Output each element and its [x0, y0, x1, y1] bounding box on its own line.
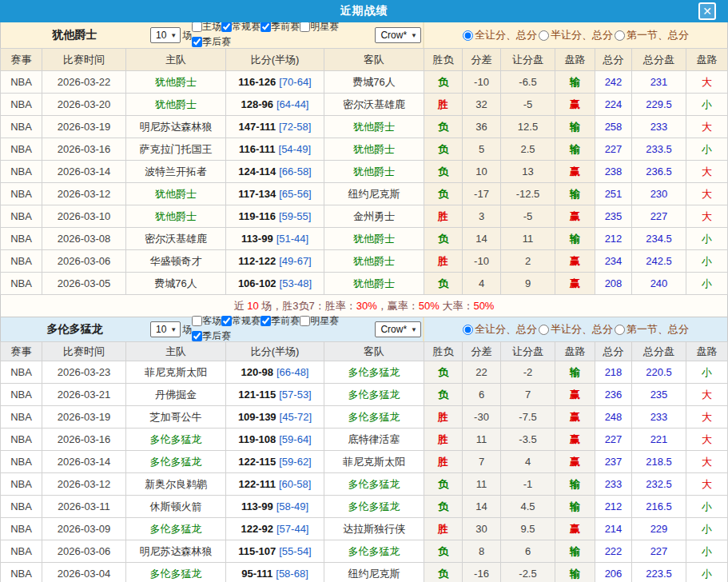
summary-segment: 大率： — [440, 300, 474, 312]
column-header: 比分(半场) — [226, 49, 324, 71]
game-row: NBA2026-03-11休斯顿火箭113-99[58-49]多伦多猛龙负144… — [1, 496, 728, 518]
cell-handicap-result: 输 — [555, 138, 595, 161]
cell-league: NBA — [1, 183, 42, 205]
filter-checkbox[interactable]: 季后赛 — [192, 329, 231, 343]
dropdown-arrow-icon: ▼ — [411, 32, 417, 39]
cell-total-line: 240 — [632, 273, 686, 295]
cell-handicap-result: 输 — [555, 496, 595, 518]
cell-match-date: 2026-03-04 — [42, 563, 126, 582]
cell-point-margin: 5 — [463, 138, 501, 161]
cell-match-date: 2026-03-19 — [42, 406, 126, 429]
checkbox-input[interactable] — [261, 22, 271, 32]
checkbox-input[interactable] — [300, 22, 310, 32]
filter-checkbox[interactable]: 季后赛 — [192, 35, 231, 49]
column-header: 赛事 — [1, 49, 42, 71]
cell-point-margin: 3 — [463, 205, 501, 228]
cell-score: 119-116[59-55] — [226, 205, 324, 228]
column-header: 比分(半场) — [226, 342, 324, 361]
cell-score: 121-115[57-53] — [226, 384, 324, 406]
cell-score: 124-114[66-58] — [226, 161, 324, 183]
cell-handicap-result: 输 — [555, 540, 595, 563]
checkbox-input[interactable] — [261, 316, 271, 326]
checkbox-input[interactable] — [192, 22, 202, 32]
half-time-score: [58-68] — [276, 568, 308, 580]
close-button[interactable]: ✕ — [698, 2, 716, 20]
cell-league: NBA — [1, 540, 42, 563]
odds-view-radio[interactable]: 全让分、总分 — [463, 322, 537, 337]
checkbox-input[interactable] — [221, 22, 232, 32]
cell-match-date: 2026-03-23 — [42, 361, 126, 384]
half-time-score: [58-49] — [276, 500, 308, 512]
radio-label: 全让分、总分 — [475, 322, 537, 337]
checkbox-input[interactable] — [300, 316, 310, 326]
column-header: 客队 — [324, 49, 424, 71]
cell-total-points: 227 — [595, 138, 632, 161]
cell-win-loss: 胜 — [424, 451, 463, 473]
radio-input[interactable] — [463, 325, 473, 335]
checkbox-input[interactable] — [192, 316, 202, 326]
odds-company-select[interactable]: Crow* ▼ — [375, 321, 421, 337]
filter-checkbox[interactable]: 常规赛 — [221, 314, 261, 328]
cell-total-points: 212 — [595, 496, 632, 518]
radio-input[interactable] — [615, 325, 625, 335]
column-header: 主队 — [126, 49, 226, 71]
column-header: 赛事 — [1, 342, 42, 361]
radio-input[interactable] — [463, 30, 473, 41]
game-row: NBA2026-03-23菲尼克斯太阳120-98[66-48]多伦多猛龙负22… — [1, 361, 728, 384]
cell-match-date: 2026-03-16 — [42, 138, 126, 161]
checkbox-input[interactable] — [192, 331, 202, 341]
cell-handicap-result: 赢 — [555, 205, 595, 228]
column-header: 盘路 — [686, 342, 728, 361]
cell-total-line: 227 — [632, 205, 686, 228]
odds-view-radio[interactable]: 全让分、总分 — [463, 28, 537, 42]
games-count-select[interactable]: 10 ▼ — [150, 321, 181, 337]
cell-total-line: 221 — [632, 429, 686, 451]
odds-view-radio[interactable]: 第一节、总分 — [615, 28, 689, 42]
radio-input[interactable] — [615, 30, 625, 41]
checkbox-input[interactable] — [192, 37, 202, 47]
half-time-score: [70-64] — [279, 76, 311, 88]
radio-input[interactable] — [539, 30, 549, 41]
cell-point-margin: 10 — [463, 161, 501, 183]
filter-checkbox[interactable]: 客场 — [192, 314, 221, 328]
game-row: NBA2026-03-06华盛顿奇才112-122[49-67]犹他爵士胜-10… — [1, 250, 728, 273]
cell-away-team: 多伦多猛龙 — [324, 406, 424, 429]
games-unit-label: 场 — [182, 29, 192, 42]
odds-company-select[interactable]: Crow* ▼ — [375, 27, 421, 43]
cell-away-team: 菲尼克斯太阳 — [324, 451, 424, 473]
cell-total-line: 230 — [632, 183, 686, 205]
cell-win-loss: 负 — [424, 563, 463, 582]
cell-over-under: 大 — [686, 205, 728, 228]
cell-handicap-result: 赢 — [555, 451, 595, 473]
full-time-score: 113-99 — [241, 500, 273, 512]
column-header: 让分盘 — [501, 49, 555, 71]
cell-point-margin: -17 — [463, 183, 501, 205]
cell-over-under: 小 — [686, 540, 728, 563]
cell-total-line: 242.5 — [632, 250, 686, 273]
odds-view-radio[interactable]: 半让分、总分 — [539, 322, 613, 337]
cell-total-points: 233 — [595, 473, 632, 496]
radio-input[interactable] — [539, 325, 549, 335]
games-count-select[interactable]: 10 ▼ — [150, 27, 181, 43]
filter-checkbox[interactable]: 明星赛 — [300, 314, 339, 328]
half-time-score: [45-72] — [280, 411, 312, 423]
odds-view-radio[interactable]: 半让分、总分 — [539, 28, 613, 42]
cell-away-team: 多伦多猛龙 — [324, 473, 424, 496]
cell-over-under: 大 — [686, 451, 728, 473]
cell-point-margin: 22 — [463, 361, 501, 384]
cell-score: 95-111[58-68] — [226, 563, 324, 582]
filter-checkbox[interactable]: 季前赛 — [261, 314, 300, 328]
checkbox-input[interactable] — [221, 316, 232, 326]
full-time-score: 116-111 — [239, 143, 276, 155]
cell-win-loss: 胜 — [424, 94, 463, 116]
cell-handicap-result: 赢 — [555, 429, 595, 451]
column-header: 盘路 — [555, 342, 595, 361]
cell-point-margin: 8 — [463, 540, 501, 563]
game-row: NBA2026-03-14多伦多猛龙122-115[59-62]菲尼克斯太阳胜7… — [1, 451, 728, 473]
cell-home-team: 犹他爵士 — [126, 183, 226, 205]
full-time-score: 115-107 — [238, 545, 276, 557]
cell-away-team: 密尔沃基雄鹿 — [324, 94, 424, 116]
cell-home-team: 费城76人 — [126, 273, 226, 295]
odds-view-radio[interactable]: 第一节、总分 — [615, 322, 689, 337]
cell-total-points: 242 — [595, 71, 632, 94]
